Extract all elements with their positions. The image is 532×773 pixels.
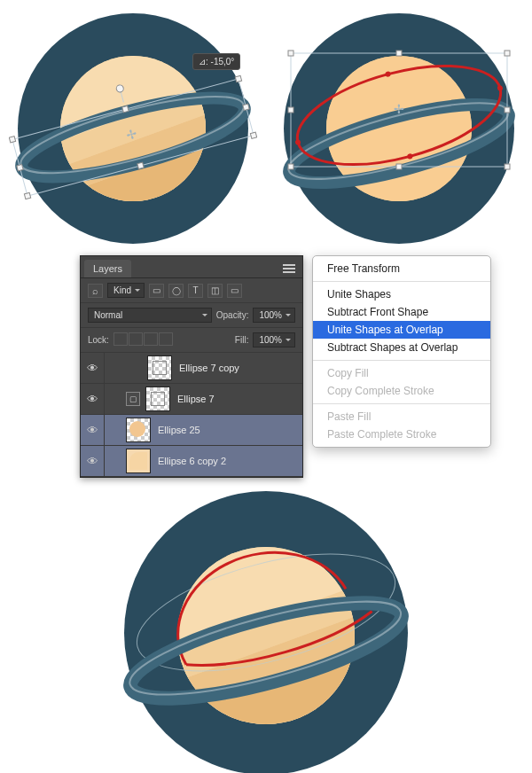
- menu-item[interactable]: Subtract Shapes at Overlap: [313, 339, 490, 356]
- menu-item[interactable]: Subtract Front Shape: [313, 303, 490, 321]
- menu-item[interactable]: Free Transform: [313, 260, 490, 277]
- fill-value[interactable]: 100%: [253, 332, 295, 347]
- panel-menu-icon[interactable]: [283, 264, 295, 273]
- menu-item[interactable]: Unite Shapes: [313, 285, 490, 303]
- svg-rect-34: [505, 51, 510, 56]
- layers-tab[interactable]: Layers: [84, 260, 131, 277]
- layer-thumbnail[interactable]: [126, 449, 151, 473]
- svg-rect-16: [122, 105, 129, 112]
- svg-text:✢: ✢: [394, 102, 404, 116]
- planet-preview-left: ✢ ⊿: -15,0°: [9, 9, 257, 250]
- vector-mask-icon: [126, 392, 140, 406]
- fill-label: Fill:: [235, 335, 249, 345]
- planet-preview-result: [115, 487, 417, 773]
- svg-rect-35: [288, 164, 293, 169]
- filter-adjust-icon[interactable]: [168, 284, 184, 298]
- layer-name[interactable]: Ellipse 25: [158, 425, 200, 435]
- svg-rect-14: [24, 192, 30, 199]
- layer-row[interactable]: 👁Ellipse 25: [81, 415, 302, 446]
- svg-rect-17: [137, 162, 144, 168]
- menu-item[interactable]: Unite Shapes at Overlap: [313, 321, 490, 339]
- layer-row[interactable]: 👁Ellipse 7: [81, 384, 302, 415]
- layer-row[interactable]: 👁Ellipse 7 copy: [81, 353, 302, 384]
- filter-kind-dropdown[interactable]: Kind: [107, 283, 145, 298]
- visibility-eye-icon[interactable]: 👁: [81, 446, 105, 476]
- layer-list: 👁Ellipse 7 copy👁Ellipse 7👁Ellipse 25👁Ell…: [81, 353, 302, 477]
- layer-name[interactable]: Ellipse 6 copy 2: [158, 456, 226, 466]
- planet-preview-right: ✢: [275, 9, 523, 250]
- svg-rect-13: [235, 75, 241, 82]
- svg-rect-19: [243, 104, 249, 110]
- layer-row[interactable]: 👁Ellipse 6 copy 2: [81, 446, 302, 477]
- opacity-label: Opacity:: [216, 310, 249, 320]
- blend-mode-dropdown[interactable]: Normal: [88, 308, 212, 323]
- lock-label: Lock:: [88, 335, 109, 345]
- menu-item: Copy Complete Stroke: [313, 382, 490, 400]
- menu-item: Copy Fill: [313, 364, 490, 382]
- layer-thumbnail[interactable]: [147, 355, 172, 380]
- opacity-value[interactable]: 100%: [253, 308, 295, 323]
- rotation-readout: ⊿: -15,0°: [192, 53, 240, 70]
- layer-thumbnail[interactable]: [126, 418, 151, 442]
- menu-item: Paste Fill: [313, 408, 490, 426]
- svg-rect-12: [9, 137, 15, 143]
- svg-rect-33: [288, 51, 293, 56]
- filter-shape-icon[interactable]: [207, 284, 223, 298]
- lock-icons[interactable]: [113, 332, 174, 347]
- layers-panel: Layers Kind Normal Opacity: 100% Lock: F…: [80, 255, 303, 478]
- filter-text-icon[interactable]: [188, 284, 203, 298]
- filter-search-icon[interactable]: [88, 284, 103, 298]
- filter-smart-icon[interactable]: [227, 284, 242, 298]
- visibility-eye-icon[interactable]: 👁: [81, 415, 105, 445]
- filter-pixel-icon[interactable]: [149, 284, 164, 298]
- svg-rect-15: [250, 132, 256, 138]
- svg-rect-36: [505, 164, 510, 169]
- svg-rect-18: [17, 164, 23, 170]
- svg-rect-38: [396, 164, 402, 169]
- svg-rect-40: [505, 107, 510, 113]
- context-menu: Free TransformUnite ShapesSubtract Front…: [312, 255, 491, 448]
- layer-name[interactable]: Ellipse 7: [177, 394, 215, 404]
- svg-rect-39: [288, 107, 293, 113]
- layer-thumbnail[interactable]: [145, 386, 170, 411]
- menu-item: Paste Complete Stroke: [313, 426, 490, 443]
- layer-name[interactable]: Ellipse 7 copy: [179, 363, 239, 373]
- visibility-eye-icon[interactable]: 👁: [81, 353, 105, 383]
- visibility-eye-icon[interactable]: 👁: [81, 384, 105, 414]
- svg-rect-37: [396, 51, 402, 56]
